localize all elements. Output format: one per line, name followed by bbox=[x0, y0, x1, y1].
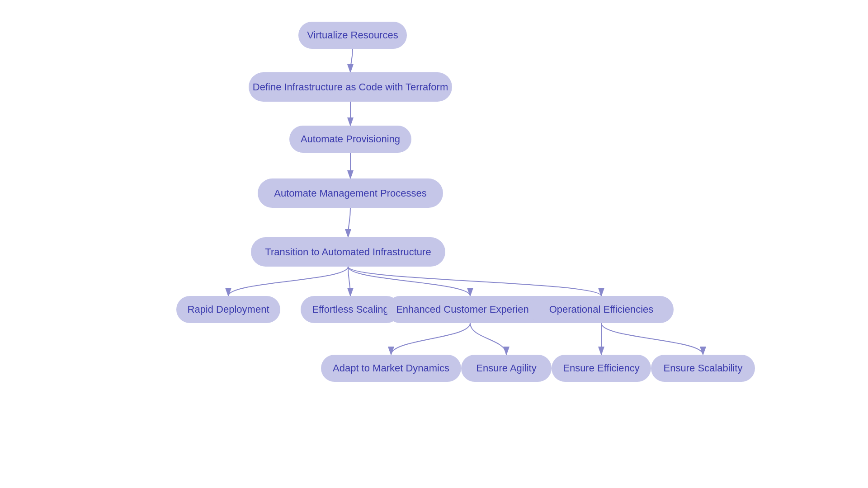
node-automate-prov: Automate Provisioning bbox=[289, 126, 411, 153]
node-ensure-scalability: Ensure Scalability bbox=[651, 355, 755, 382]
node-adapt: Adapt to Market Dynamics bbox=[321, 355, 461, 382]
node-ensure-efficiency: Ensure Efficiency bbox=[552, 355, 651, 382]
node-rapid: Rapid Deployment bbox=[176, 296, 280, 323]
node-define-infra: Define Infrastructure as Code with Terra… bbox=[249, 72, 452, 102]
node-ensure-agility: Ensure Agility bbox=[461, 355, 552, 382]
node-effortless: Effortless Scaling bbox=[301, 296, 400, 323]
node-operational: Operational Efficiencies bbox=[529, 296, 674, 323]
node-virtualize: Virtualize Resources bbox=[298, 22, 407, 49]
node-automate-mgmt: Automate Management Processes bbox=[258, 178, 443, 208]
diagram-container: Virtualize ResourcesDefine Infrastructur… bbox=[0, 0, 868, 488]
node-transition: Transition to Automated Infrastructure bbox=[251, 237, 445, 267]
